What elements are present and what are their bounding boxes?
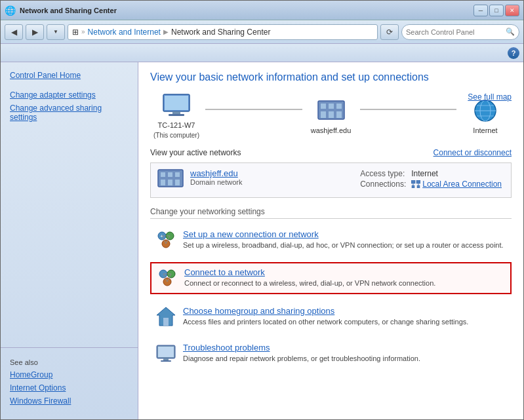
computer-icon [161,92,192,119]
sidebar-item-homegroup[interactable]: HomeGroup [1,368,138,381]
network-node-computer: TC-121-W7 (This computer) [150,92,203,139]
back-button[interactable]: ◀ [5,24,23,40]
domain-icon [315,98,347,124]
network-node-internet: Internet [459,98,512,134]
active-network-info: washjeff.edu Domain network [190,168,351,186]
title-bar: 🌐 Network and Sharing Center ─ □ ✕ [1,1,523,20]
search-button[interactable]: 🔍 [506,28,515,36]
svg-rect-47 [161,360,171,362]
refresh-button[interactable]: ⟳ [380,24,399,40]
sidebar-item-control-panel-home[interactable]: Control Panel Home [1,69,138,82]
breadcrumb-icon: ⊞ [72,28,79,37]
network-line-1 [205,109,302,110]
address-bar: ◀ ▶ ▼ ⊞ » Network and Internet ▶ Network… [1,20,523,44]
see-also-title: See also [1,353,138,368]
svg-rect-3 [169,114,184,116]
svg-rect-9 [329,111,334,118]
setting-item-troubleshoot: Troubleshoot problems Diagnose and repai… [150,339,512,368]
minimize-button[interactable]: ─ [474,5,488,16]
access-type-label: Access type: [357,168,409,179]
sidebar-item-change-advanced-sharing[interactable]: Change advanced sharing settings [1,102,138,124]
close-button[interactable]: ✕ [505,5,519,16]
breadcrumb-current: Network and Sharing Center [171,28,270,37]
toolbar-row: ? [1,44,523,62]
setup-connection-desc: Set up a wireless, broadband, dial-up, a… [183,240,504,250]
svg-rect-27 [412,185,414,188]
see-full-map-link[interactable]: See full map [468,92,512,102]
setting-item-homegroup: Choose homegroup and sharing options Acc… [150,302,512,331]
maximize-button[interactable]: □ [489,5,504,16]
breadcrumb: ⊞ » Network and Internet ▶ Network and S… [68,24,378,40]
local-area-connection-link[interactable]: Local Area Connection [411,180,502,189]
domain-label: washjeff.edu [311,126,352,134]
sidebar: Control Panel Home Change adapter settin… [1,62,138,419]
sidebar-bottom: See also HomeGroup Internet Options Wind… [1,347,138,413]
connect-network-icon [157,267,178,288]
setting-text-connect-network: Connect to a network Connect or reconnec… [184,267,435,288]
setting-item-connect-network: Connect to a network Connect or reconnec… [150,262,512,294]
forward-button[interactable]: ▶ [26,24,44,40]
active-network-type: Domain network [190,178,351,186]
svg-rect-24 [416,180,420,183]
active-networks-section: View your active networks Connect or dis… [150,148,512,157]
svg-text:+: + [160,233,163,239]
main-window: 🌐 Network and Sharing Center ─ □ ✕ ◀ ▶ ▼… [0,0,524,420]
window-icon: 🌐 [5,5,16,16]
computer-label: TC-121-W7 [158,121,195,129]
network-line-2 [360,109,457,110]
sidebar-item-internet-options[interactable]: Internet Options [1,381,138,394]
recent-pages-button[interactable]: ▼ [47,24,65,40]
connections-label: Connections: [357,179,409,189]
setting-text-setup-connection: Set up a new connection or network Set u… [183,229,504,250]
title-bar-buttons: ─ □ ✕ [474,5,519,16]
network-diagram: TC-121-W7 (This computer) [150,92,512,139]
svg-rect-1 [165,96,188,110]
svg-rect-45 [158,347,174,357]
svg-rect-10 [336,111,342,118]
title-bar-left: 🌐 Network and Sharing Center [5,5,117,16]
svg-rect-21 [168,180,172,185]
svg-rect-18 [168,172,172,177]
network-node-domain: washjeff.edu [305,98,357,134]
svg-rect-2 [172,111,180,114]
setting-text-homegroup: Choose homegroup and sharing options Acc… [183,306,468,327]
sidebar-item-change-adapter-settings[interactable]: Change adapter settings [1,88,138,102]
main-content: Control Panel Home Change adapter settin… [1,62,523,419]
window-title: Network and Sharing Center [20,7,117,14]
svg-rect-22 [175,180,180,185]
troubleshoot-title[interactable]: Troubleshoot problems [183,343,420,353]
page-title: View your basic network information and … [150,71,512,83]
setting-item-setup-connection: + Set up a new connection or network Set… [150,225,512,254]
homegroup-desc: Access files and printers located on oth… [183,317,468,327]
sidebar-item-windows-firewall[interactable]: Windows Firewall [1,394,138,408]
connect-network-title[interactable]: Connect to a network [184,267,435,277]
homegroup-icon [155,306,176,327]
help-button[interactable]: ? [508,47,519,59]
homegroup-title[interactable]: Choose homegroup and sharing options [183,306,468,316]
svg-rect-20 [161,180,165,185]
search-input[interactable] [406,28,503,36]
svg-rect-8 [321,111,326,118]
troubleshoot-icon [155,343,176,364]
svg-rect-28 [417,185,420,188]
setting-text-troubleshoot: Troubleshoot problems Diagnose and repai… [183,343,420,364]
connect-network-desc: Connect or reconnect to a wireless, wire… [184,278,435,288]
svg-rect-43 [163,318,169,326]
content-area: View your basic network information and … [138,62,523,419]
search-bar: 🔍 [401,24,519,40]
breadcrumb-separator-1: » [81,28,85,35]
networking-settings-title: Change your networking settings [150,207,512,219]
connection-name: Local Area Connection [422,180,502,189]
active-network-name[interactable]: washjeff.edu [190,168,351,178]
breadcrumb-link-network-internet[interactable]: Network and Internet [88,28,161,37]
troubleshoot-desc: Diagnose and repair network problems, or… [183,354,420,364]
svg-rect-5 [321,104,326,109]
svg-rect-7 [336,104,342,109]
setup-connection-title[interactable]: Set up a new connection or network [183,229,504,239]
connect-disconnect-link[interactable]: Connect or disconnect [433,148,512,157]
computer-sublabel: (This computer) [153,132,199,139]
active-network-access: Access type: Internet Connections: [357,168,504,189]
svg-rect-19 [175,172,180,177]
breadcrumb-separator-2: ▶ [163,28,169,35]
svg-rect-17 [161,172,165,177]
